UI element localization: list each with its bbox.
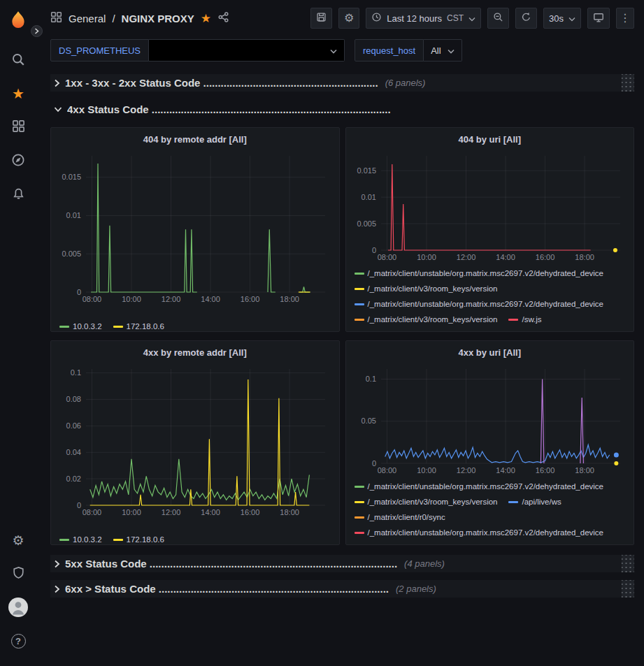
refresh-icon [521, 12, 531, 24]
row-drag-handle-icon[interactable] [622, 555, 634, 572]
legend-series-label: /sw.js [522, 315, 541, 324]
row-drag-handle-icon[interactable] [622, 580, 634, 598]
legend-item[interactable]: 10.0.3.2 [59, 319, 102, 331]
star-icon: ★ [12, 87, 24, 101]
refresh-interval-label: 30s [549, 13, 564, 24]
dashboard-row-6xx[interactable]: 6xx > Status Code ......................… [50, 580, 634, 598]
legend-series-label: 172.18.0.6 [127, 322, 164, 331]
variable-request-host: request_host All [355, 39, 462, 61]
sidebar-item-dashboards[interactable] [4, 113, 32, 141]
legend-series-color [355, 303, 364, 305]
dashboard-settings-button[interactable]: ⚙ [338, 8, 359, 29]
chevron-down-icon [468, 13, 475, 24]
svg-text:12:00: 12:00 [162, 508, 181, 516]
breadcrumb-folder[interactable]: General [69, 13, 106, 24]
row-panel-count: (6 panels) [385, 78, 426, 88]
variable-label: DS_PROMETHEUS [50, 39, 149, 61]
zoom-out-button[interactable] [487, 8, 509, 29]
row-title: 1xx - 3xx - 2xx Status Code ............… [65, 77, 378, 89]
legend-series-label: /_matrix/client/r0/sync [368, 513, 445, 521]
svg-text:16:00: 16:00 [535, 466, 554, 475]
more-options-button[interactable]: ⋮ [616, 8, 634, 29]
legend-item[interactable]: /_matrix/client/v3/room_keys/version [355, 312, 498, 327]
dashboard-title[interactable]: NGINX PROXY [122, 13, 194, 24]
sidebar-expand-button[interactable] [31, 25, 43, 37]
svg-text:0.08: 0.08 [66, 395, 81, 403]
share-icon[interactable] [217, 11, 229, 26]
svg-text:0: 0 [77, 288, 81, 296]
svg-text:16:00: 16:00 [241, 508, 260, 516]
timeseries-chart[interactable]: 08:0010:0012:0014:0016:0018:0000.0050.01… [352, 149, 627, 264]
clock-icon [371, 12, 382, 24]
sidebar-item-explore[interactable] [4, 147, 32, 175]
time-range-picker[interactable]: Last 12 hours CST [366, 8, 481, 29]
legend-series-color [355, 532, 364, 534]
timeseries-chart[interactable]: 08:0010:0012:0014:0016:0018:0000.050.1 [352, 362, 627, 477]
panel-4xx-by-remote-addr: 4xx by remote addr [All] 08:0010:0012:00… [50, 340, 340, 545]
legend-series-label: /_matrix/client/unstable/org.matrix.msc2… [368, 269, 604, 277]
svg-text:14:00: 14:00 [201, 508, 220, 516]
sidebar-item-help[interactable]: ? [4, 627, 32, 655]
panel-grid: 404 by remote addr [All] 08:0010:0012:00… [50, 127, 634, 545]
svg-text:08:00: 08:00 [83, 508, 102, 516]
panel-title[interactable]: 4xx by remote addr [All] [57, 345, 334, 362]
row-drag-handle-icon[interactable] [622, 74, 634, 92]
svg-text:0.005: 0.005 [62, 249, 81, 258]
legend-item[interactable]: /_matrix/client/r0/sync [355, 509, 445, 525]
bell-icon [12, 187, 25, 202]
legend-item[interactable]: 172.18.0.6 [113, 532, 164, 544]
svg-text:18:00: 18:00 [280, 295, 299, 303]
sidebar-item-starred[interactable]: ★ [4, 80, 32, 108]
sidebar: ★ ⚙ ? [0, 0, 36, 666]
legend-item[interactable]: 172.18.0.6 [113, 319, 164, 331]
dashboard-row-5xx[interactable]: 5xx Status Code ........................… [50, 555, 634, 572]
sidebar-item-alerting[interactable] [4, 180, 32, 208]
legend-series-color [59, 539, 69, 541]
legend-item[interactable]: /_matrix/client/unstable/org.matrix.msc2… [355, 525, 604, 540]
svg-text:0.1: 0.1 [365, 375, 375, 383]
panel-title[interactable]: 4xx by uri [All] [352, 345, 629, 362]
legend-series-color [355, 516, 364, 519]
sidebar-item-server-admin[interactable] [4, 560, 32, 588]
refresh-button[interactable] [515, 8, 537, 29]
legend-series-color [113, 326, 123, 328]
main-area: General / NGINX PROXY ★ ⚙ Last 12 hours … [36, 0, 644, 666]
grafana-logo-icon[interactable] [6, 8, 30, 32]
legend-item[interactable]: /_matrix/client/v3/room_keys/version [355, 494, 498, 509]
chevron-down-icon [568, 13, 575, 24]
tv-mode-button[interactable] [587, 8, 610, 29]
legend-item[interactable]: /api/live/ws [508, 494, 561, 509]
time-range-label: Last 12 hours [387, 13, 442, 24]
variable-value-dropdown[interactable]: All [424, 39, 461, 61]
legend-series-color [508, 319, 518, 321]
panel-title[interactable]: 404 by remote addr [All] [57, 131, 334, 149]
sidebar-item-profile[interactable] [4, 593, 32, 621]
save-dashboard-button[interactable] [310, 8, 332, 29]
panel-title[interactable]: 404 by uri [All] [352, 131, 629, 149]
breadcrumb-separator: / [112, 13, 115, 24]
legend-item[interactable]: /_matrix/client/unstable/org.matrix.msc2… [355, 266, 604, 281]
svg-text:0.015: 0.015 [62, 173, 81, 181]
refresh-interval-picker[interactable]: 30s [543, 8, 581, 29]
save-icon [316, 12, 327, 24]
chevron-right-icon [54, 560, 60, 568]
legend-item[interactable]: /_matrix/client/unstable/org.matrix.msc2… [355, 479, 604, 494]
legend-series-label: /_matrix/client/unstable/org.matrix.msc2… [368, 482, 604, 491]
dashboard-row-4xx[interactable]: 4xx Status Code ........................… [50, 101, 634, 118]
star-icon[interactable]: ★ [201, 13, 211, 24]
svg-text:0.015: 0.015 [357, 166, 376, 175]
dashboard-row-1xx-3xx-2xx[interactable]: 1xx - 3xx - 2xx Status Code ............… [50, 74, 634, 92]
sidebar-item-settings[interactable]: ⚙ [4, 526, 32, 554]
legend-series-color [355, 501, 364, 503]
legend-item[interactable]: 10.0.3.2 [59, 532, 102, 544]
legend-series-label: /_matrix/client/unstable/org.matrix.msc2… [368, 300, 604, 308]
legend-item[interactable]: /_matrix/client/unstable/org.matrix.msc2… [355, 296, 604, 312]
legend-item[interactable]: /_matrix/client/v3/room_keys/version [355, 281, 498, 296]
timeseries-chart[interactable]: 08:0010:0012:0014:0016:0018:0000.0050.01… [57, 149, 332, 306]
legend-series-label: /_matrix/client/v3/room_keys/version [368, 315, 498, 324]
sidebar-item-search[interactable] [4, 46, 32, 74]
variable-value-dropdown[interactable] [149, 39, 345, 61]
panel-404-by-uri: 404 by uri [All] 08:0010:0012:0014:0016:… [345, 127, 635, 332]
legend-item[interactable]: /sw.js [508, 312, 541, 327]
timeseries-chart[interactable]: 08:0010:0012:0014:0016:0018:0000.020.040… [57, 362, 332, 519]
